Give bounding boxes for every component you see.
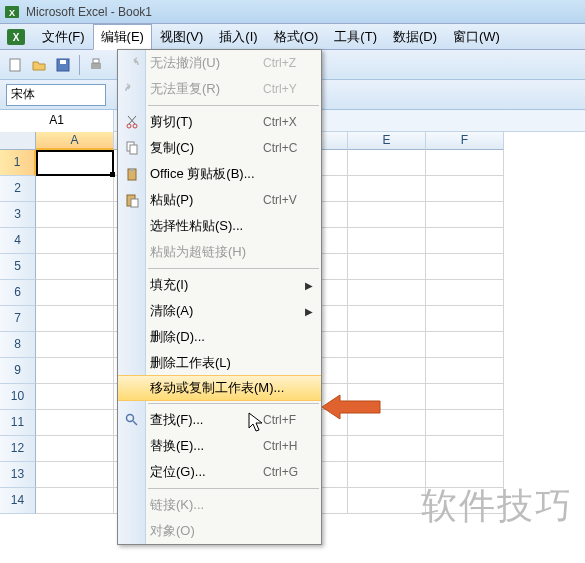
row-header[interactable]: 7 (0, 306, 36, 332)
menu-clear[interactable]: 清除(A)▶ (118, 298, 321, 324)
row-header[interactable]: 8 (0, 332, 36, 358)
svg-rect-6 (60, 60, 66, 64)
menu-tools[interactable]: 工具(T) (326, 24, 385, 50)
cell[interactable] (348, 384, 426, 410)
menu-window[interactable]: 窗口(W) (445, 24, 508, 50)
open-icon[interactable] (28, 54, 50, 76)
cell[interactable] (36, 410, 114, 436)
cell[interactable] (36, 176, 114, 202)
cell[interactable] (348, 410, 426, 436)
cell[interactable] (348, 228, 426, 254)
cell[interactable] (348, 488, 426, 514)
row-header[interactable]: 9 (0, 358, 36, 384)
cell[interactable] (426, 306, 504, 332)
menu-find[interactable]: 查找(F)...Ctrl+F (118, 407, 321, 433)
cell[interactable] (426, 228, 504, 254)
cell[interactable] (36, 306, 114, 332)
row-header[interactable]: 14 (0, 488, 36, 514)
cell[interactable] (36, 358, 114, 384)
row-header[interactable]: 12 (0, 436, 36, 462)
menu-data[interactable]: 数据(D) (385, 24, 445, 50)
row-header[interactable]: 13 (0, 462, 36, 488)
menu-delete[interactable]: 删除(D)... (118, 324, 321, 350)
row-header[interactable]: 5 (0, 254, 36, 280)
cut-icon (122, 112, 142, 132)
cell[interactable] (36, 384, 114, 410)
cell[interactable] (348, 332, 426, 358)
cell[interactable] (36, 150, 114, 176)
new-icon[interactable] (4, 54, 26, 76)
row-headers: 1234567891011121314 (0, 150, 36, 514)
separator (79, 55, 80, 75)
column-header[interactable]: A (36, 132, 114, 150)
row-header[interactable]: 10 (0, 384, 36, 410)
cell[interactable] (348, 358, 426, 384)
cell[interactable] (36, 228, 114, 254)
menu-undo: 无法撤消(U)Ctrl+Z (118, 50, 321, 76)
cell[interactable] (426, 358, 504, 384)
cell[interactable] (348, 150, 426, 176)
cell[interactable] (36, 488, 114, 514)
cell[interactable] (348, 176, 426, 202)
cell[interactable] (36, 332, 114, 358)
excel-menu-icon[interactable]: X (4, 26, 28, 48)
menu-insert[interactable]: 插入(I) (211, 24, 265, 50)
row-header[interactable]: 3 (0, 202, 36, 228)
cell[interactable] (36, 280, 114, 306)
cell[interactable] (426, 176, 504, 202)
cell[interactable] (426, 150, 504, 176)
cell[interactable] (426, 436, 504, 462)
print-icon[interactable] (85, 54, 107, 76)
cell[interactable] (36, 462, 114, 488)
cell[interactable] (348, 436, 426, 462)
select-all-corner[interactable] (0, 132, 36, 150)
menu-paste-special[interactable]: 选择性粘贴(S)... (118, 213, 321, 239)
menu-cut[interactable]: 剪切(T)Ctrl+X (118, 109, 321, 135)
row-header[interactable]: 4 (0, 228, 36, 254)
row-header[interactable]: 6 (0, 280, 36, 306)
submenu-arrow-icon: ▶ (305, 280, 313, 291)
cell[interactable] (348, 306, 426, 332)
font-name-input[interactable]: 宋体 (6, 84, 106, 106)
cell[interactable] (426, 488, 504, 514)
menu-format[interactable]: 格式(O) (266, 24, 327, 50)
menu-move-or-copy-sheet[interactable]: 移动或复制工作表(M)... (118, 375, 321, 401)
menu-edit[interactable]: 编辑(E) (93, 24, 152, 50)
menu-replace[interactable]: 替换(E)...Ctrl+H (118, 433, 321, 459)
cell[interactable] (36, 436, 114, 462)
cell[interactable] (426, 280, 504, 306)
menu-object: 对象(O) (118, 518, 321, 544)
cell[interactable] (36, 202, 114, 228)
row-header[interactable]: 2 (0, 176, 36, 202)
row-header[interactable]: 11 (0, 410, 36, 436)
cell[interactable] (426, 462, 504, 488)
menu-links: 链接(K)... (118, 492, 321, 518)
svg-point-17 (127, 415, 134, 422)
menu-copy[interactable]: 复制(C)Ctrl+C (118, 135, 321, 161)
cell[interactable] (348, 280, 426, 306)
submenu-arrow-icon: ▶ (305, 306, 313, 317)
cell[interactable] (348, 254, 426, 280)
menu-goto[interactable]: 定位(G)...Ctrl+G (118, 459, 321, 485)
name-box[interactable]: A1 (0, 110, 114, 132)
column-header[interactable]: E (348, 132, 426, 150)
menu-delete-sheet[interactable]: 删除工作表(L) (118, 350, 321, 376)
menu-fill[interactable]: 填充(I)▶ (118, 272, 321, 298)
menu-paste[interactable]: 粘贴(P)Ctrl+V (118, 187, 321, 213)
cell[interactable] (348, 202, 426, 228)
cell[interactable] (348, 462, 426, 488)
cell[interactable] (36, 254, 114, 280)
cell[interactable] (426, 332, 504, 358)
save-icon[interactable] (52, 54, 74, 76)
menu-view[interactable]: 视图(V) (152, 24, 211, 50)
cell[interactable] (426, 410, 504, 436)
menu-office-clipboard[interactable]: Office 剪贴板(B)... (118, 161, 321, 187)
cell[interactable] (426, 254, 504, 280)
menu-file[interactable]: 文件(F) (34, 24, 93, 50)
column-header[interactable]: F (426, 132, 504, 150)
svg-text:X: X (9, 8, 15, 18)
cell[interactable] (426, 384, 504, 410)
svg-rect-12 (130, 145, 137, 154)
row-header[interactable]: 1 (0, 150, 36, 176)
cell[interactable] (426, 202, 504, 228)
